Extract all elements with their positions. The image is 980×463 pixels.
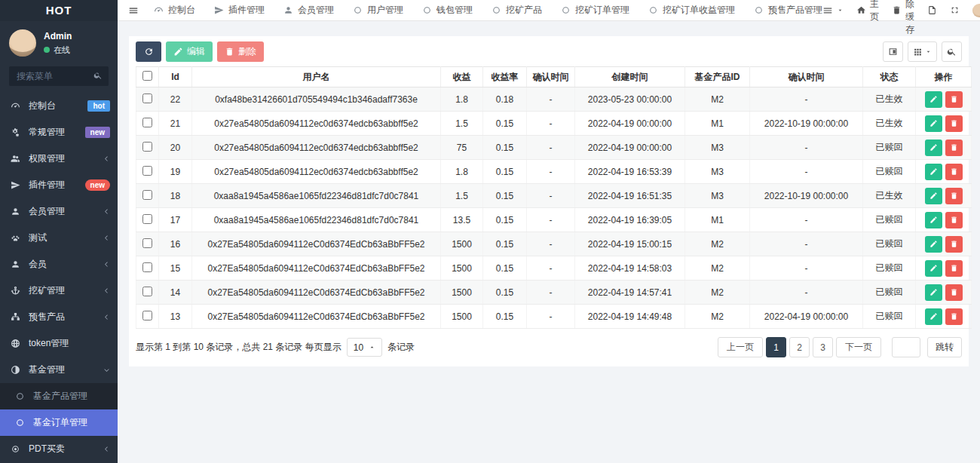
page-button-2[interactable]: 2 [789,337,810,357]
cell-id: 14 [159,281,192,305]
refresh-button[interactable] [136,41,161,62]
cell-confirm-time-1: - [527,232,575,256]
prev-page-button[interactable]: 上一页 [718,337,763,357]
row-edit-button[interactable] [925,308,942,325]
nav-home[interactable]: 主页 [856,0,879,23]
cell-confirm-time-2: 2022-10-19 00:00:00 [750,112,863,136]
row-edit-button[interactable] [925,188,942,204]
delete-button[interactable]: 删除 [217,41,264,62]
row-delete-button[interactable] [945,308,963,325]
row-checkbox[interactable] [142,118,152,127]
sidebar-item-test[interactable]: 测试 [0,225,118,251]
sidebar-item-label: 会员管理 [29,205,103,218]
sidebar-item-member[interactable]: 会员 [0,251,118,277]
row-edit-button[interactable] [925,284,942,301]
table-row[interactable]: 160x27Ea54805da6094112eC0d6374EdCb63aBbF… [136,232,972,256]
sidebar-item-fund-product-management[interactable]: 基金产品管理 [0,383,118,409]
select-all-checkbox[interactable] [142,71,152,81]
tab-wallet-management[interactable]: 钱包管理 [422,4,473,17]
tab-mining-product[interactable]: 挖矿产品 [492,4,542,17]
row-checkbox[interactable] [142,214,152,224]
page-size-select[interactable]: 10 [347,338,382,357]
row-edit-button[interactable] [925,164,942,180]
row-checkbox[interactable] [142,262,152,272]
row-delete-button[interactable] [945,236,963,253]
sidebar-toggle-icon[interactable] [128,5,139,16]
table-row[interactable]: 130x27Ea54805da6094112eC0d6374EdCb63aBbF… [136,305,972,329]
tab-addon-management[interactable]: 插件管理 [214,4,265,17]
row-checkbox[interactable] [142,311,152,320]
trash-icon [950,167,958,176]
cell-created-time: 2022-04-19 00:00:00 [575,112,685,136]
tab-mining-order-management[interactable]: 挖矿订单管理 [561,4,629,17]
table-row[interactable]: 150x27Ea54805da6094112eC0d6374EdCb63aBbF… [136,256,972,281]
tab-mining-order-profit-management[interactable]: 挖矿订单收益管理 [648,4,735,17]
nav-menu-dropdown[interactable] [822,5,844,16]
row-edit-button[interactable] [925,91,942,108]
avatar [972,4,980,17]
row-delete-button[interactable] [945,115,963,132]
search-toggle-button[interactable] [942,41,962,62]
row-checkbox[interactable] [142,142,152,152]
sidebar-item-pdt-trade[interactable]: PDT买卖 [0,436,118,462]
table-row[interactable]: 210x27ea54805da6094112ec0d6374edcb63abbf… [136,112,972,136]
row-delete-button[interactable] [945,212,963,228]
row-checkbox[interactable] [142,190,152,200]
cell-confirm-time-1: - [527,281,575,305]
row-edit-button[interactable] [925,212,942,228]
row-delete-button[interactable] [945,140,963,156]
jump-button[interactable]: 跳转 [927,337,962,357]
cell-profit: 13.5 [441,208,483,232]
page-button-1[interactable]: 1 [766,337,786,357]
badge-new: new [85,127,110,138]
tab-presale-product-management[interactable]: 预售产品管理 [754,4,822,17]
next-page-button[interactable]: 下一页 [836,337,881,357]
sidebar-item-console[interactable]: 控制台hot [0,93,118,119]
cell-confirm-time-2: - [750,232,863,256]
nav-user-menu[interactable]: Admin [972,4,980,17]
cell-actions [916,232,972,256]
row-delete-button[interactable] [945,284,963,301]
jump-page-input[interactable] [892,337,920,357]
row-delete-button[interactable] [945,164,963,180]
table-row[interactable]: 200x27ea54805da6094112ec0d6374edcb63abbf… [136,136,972,160]
sidebar-item-presale-product[interactable]: 预售产品 [0,304,118,330]
sidebar-item-general-management[interactable]: 常规管理new [0,119,118,146]
table-row[interactable]: 170xaa8a1945a4586ae1065fd22346d81dfc7d0c… [136,208,972,232]
fullscreen-button[interactable] [950,5,960,15]
row-edit-button[interactable] [925,236,942,253]
row-delete-button[interactable] [945,260,963,277]
toggle-detail-view-button[interactable] [883,41,903,62]
sidebar-item-auth-management[interactable]: 权限管理 [0,146,118,172]
table-row[interactable]: 190x27ea54805da6094112ec0d6374edcb63abbf… [136,160,972,184]
tab-console[interactable]: 控制台 [154,4,195,17]
trash-icon [950,288,958,296]
sidebar-item-token-management[interactable]: token管理 [0,330,118,357]
row-edit-button[interactable] [925,260,942,277]
cell-select [136,256,159,281]
tab-user-management[interactable]: 用户管理 [353,4,403,17]
columns-button[interactable] [908,41,937,62]
sidebar-item-fund-order-management[interactable]: 基金订单管理 [0,409,118,436]
sidebar-item-member-management[interactable]: 会员管理 [0,198,118,225]
sidebar-item-addon-management[interactable]: 插件管理new [0,172,118,198]
row-delete-button[interactable] [945,188,963,204]
paper-plane-icon [11,180,23,190]
sidebar-item-mining-management[interactable]: 挖矿管理 [0,277,118,304]
table-row[interactable]: 180xaa8a1945a4586ae1065fd22346d81dfc7d0c… [136,184,972,208]
row-checkbox[interactable] [142,94,152,103]
row-checkbox[interactable] [142,166,152,176]
tab-member-management[interactable]: 会员管理 [283,4,334,17]
row-checkbox[interactable] [142,287,152,296]
nav-file-button[interactable] [927,5,937,15]
page-button-3[interactable]: 3 [813,337,833,357]
paper-plane-icon [214,5,224,15]
row-delete-button[interactable] [945,91,963,108]
row-edit-button[interactable] [925,115,942,132]
sidebar-item-fund-management[interactable]: 基金管理 [0,357,118,383]
edit-button[interactable]: 编辑 [166,41,213,62]
row-checkbox[interactable] [142,238,152,248]
table-row[interactable]: 220xfa48be31426601d705549494c1b346adaff7… [136,87,972,112]
row-edit-button[interactable] [925,140,942,156]
table-row[interactable]: 140x27Ea54805da6094112eC0d6374EdCb63aBbF… [136,281,972,305]
